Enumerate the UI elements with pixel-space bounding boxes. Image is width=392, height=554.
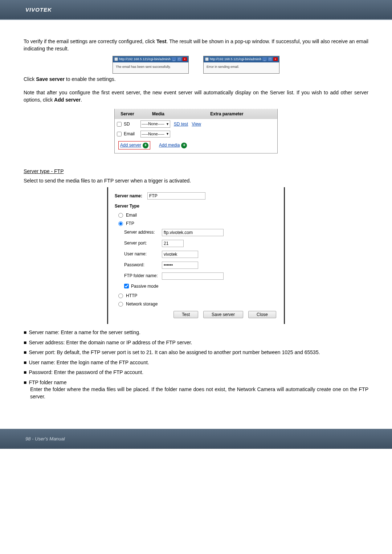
passive-mode-row: Passive mode [115,283,277,290]
list-item: ■Password: Enter the password of the FTP… [24,369,368,376]
save-server-button[interactable]: Save server [203,311,243,318]
close-icon[interactable]: × [183,57,187,61]
intro-test-bold: Test [156,38,167,44]
minimize-icon[interactable]: _ [172,57,176,61]
email-media-value: -----None----- [142,131,164,137]
popup-error-title: http://192.168.5.121/cgi-bin/admin/tests… [210,57,261,62]
add-server-link[interactable]: Add server [120,142,141,148]
user-name-label: User name: [115,251,162,257]
radio-http-row: HTTP [118,293,277,299]
list-item: ■Server address: Enter the domain name o… [24,339,368,346]
plus-icon[interactable]: + [143,143,148,148]
radio-netstorage-label: Network storage [126,301,158,307]
ftp-folder-label: FTP folder name: [115,273,162,279]
page-header: VIVOTEK [0,0,392,20]
server-address-input[interactable] [162,229,224,236]
sd-test-link[interactable]: SD test [174,121,188,127]
add-media-link[interactable]: Add media [159,142,180,148]
note-text-2: . [81,97,82,103]
email-checkbox[interactable] [117,132,122,136]
bullet-text: Server name: Enter a name for the server… [29,329,368,336]
bullet-text: FTP folder name [29,379,368,386]
table-row: SD -----None----- ▼ SD test View [115,119,277,129]
password-label: Password: [115,262,162,268]
save-server-bold: Save server [36,76,65,82]
radio-netstorage[interactable] [118,302,123,307]
bullets-list: ■Server name: Enter a name for the serve… [24,329,368,401]
close-button[interactable]: Close [248,311,276,318]
bullet-icon: ■ [24,329,26,336]
row-label-sd: SD [124,121,140,127]
add-media-group: Add media + [159,142,187,148]
sd-media-select[interactable]: -----None----- ▼ [140,120,170,127]
chevron-down-icon: ▼ [166,132,169,136]
intro-paragraph: To verify if the email settings are corr… [24,38,368,52]
radio-ftp-label: FTP [126,221,134,227]
popup-success-body: The email has been sent successfully. [113,62,188,73]
page-content: To verify if the email settings are corr… [0,20,392,418]
maximize-icon[interactable]: □ [177,57,181,61]
server-port-label: Server port: [115,240,162,246]
bullet-subtext: Enter the folder where the media files w… [30,386,368,400]
password-row: Password: [115,262,277,269]
popup-success-title: http://192.168.5.121/cgi-bin/admin/tests… [119,57,171,62]
radio-ftp-row: FTP [118,221,277,227]
footer-text: 98 - User's Manual [25,436,65,442]
bullet-icon: ■ [24,369,26,376]
row-label-email: Email [124,131,140,137]
radio-email[interactable] [118,213,123,218]
maximize-icon[interactable]: □ [268,57,272,61]
ftp-folder-input[interactable] [162,272,224,280]
server-name-row: Server name: [115,192,277,200]
brand-label: VIVOTEK [25,7,52,13]
action-table: Server Media Extra parameter SD -----Non… [114,109,278,153]
ie-icon [205,57,209,61]
radio-netstorage-row: Network storage [118,301,277,307]
popup-success: http://192.168.5.121/cgi-bin/admin/tests… [113,56,189,74]
bullet-text: User name: Enter the login name of the F… [29,359,368,366]
view-link[interactable]: View [192,121,201,127]
radio-http-label: HTTP [126,293,137,299]
button-row: Test Save server Close [173,311,277,318]
server-port-row: Server port: [115,240,277,247]
sd-media-value: -----None----- [142,121,164,127]
server-name-input[interactable] [147,192,205,200]
sd-checkbox[interactable] [117,122,122,127]
radio-ftp[interactable] [118,221,123,226]
col-extra: Extra parameter [176,109,277,119]
server-port-input[interactable] [162,240,184,247]
add-server-bold: Add server [54,97,81,103]
note-paragraph: Note that after you configure the first … [24,89,368,103]
action-table-header: Server Media Extra parameter [115,109,277,119]
passive-mode-label: Passive mode [131,283,158,290]
bullet-icon: ■ [24,379,26,386]
list-item: ■FTP folder name Enter the folder where … [24,379,368,401]
user-name-input[interactable] [162,251,198,258]
ftp-panel: Server name: Server Type Email FTP Serve… [107,187,285,324]
save-text-1: Click [24,76,36,82]
bullet-icon: ■ [24,359,26,366]
minimize-icon[interactable]: _ [262,57,267,61]
col-server: Server [115,109,140,119]
server-address-row: Server address: [115,229,277,236]
passive-mode-checkbox[interactable] [124,284,129,288]
bullet-text: Password: Enter the password of the FTP … [29,369,368,376]
server-type-label: Server Type [115,203,277,209]
popup-error-body: Error in sending email. [204,62,279,73]
radio-http[interactable] [118,294,123,298]
email-media-select[interactable]: -----None----- ▼ [140,131,170,138]
add-row: Add server + Add media + [115,139,277,153]
radio-email-label: Email [126,212,137,218]
intro-text-1: To verify if the email settings are corr… [24,38,156,44]
save-server-line: Click Save server to enable the settings… [24,76,368,83]
col-media: Media [140,109,176,119]
ftp-folder-row: FTP folder name: [115,272,277,280]
table-row: Email -----None----- ▼ [115,129,277,139]
radio-email-row: Email [118,212,277,218]
password-input[interactable] [162,262,198,269]
test-button[interactable]: Test [173,311,198,318]
list-item: ■Server name: Enter a name for the serve… [24,329,368,336]
close-icon[interactable]: × [273,57,278,61]
ftp-section-desc: Select to send the media files to an FTP… [24,177,368,185]
plus-icon[interactable]: + [181,143,187,148]
